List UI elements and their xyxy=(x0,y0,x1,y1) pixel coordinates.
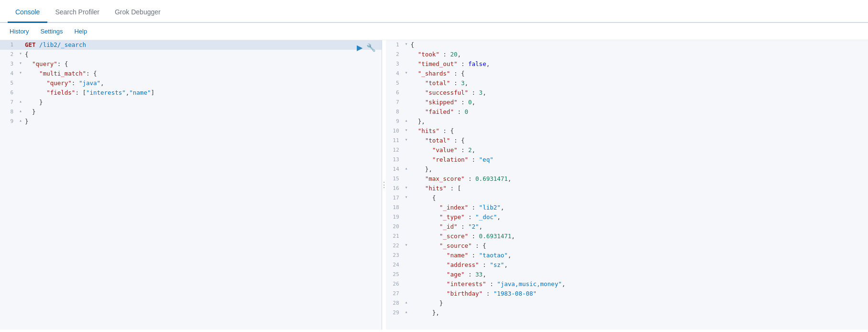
fold-icon[interactable]: ▾ xyxy=(403,241,410,249)
line-content: "_shards" : { xyxy=(410,69,868,78)
line-number: 10 xyxy=(386,126,403,135)
fold-icon[interactable]: ▾ xyxy=(403,40,410,48)
run-icon[interactable]: ▶ xyxy=(357,43,363,52)
line-content: "_score" : 0.6931471, xyxy=(410,232,868,241)
fold-icon[interactable]: ▾ xyxy=(403,193,410,201)
line-number: 18 xyxy=(386,203,403,212)
line-number: 12 xyxy=(386,145,403,155)
line-content: "query": "java", xyxy=(24,78,382,88)
line-content: "hits" : [ xyxy=(410,184,868,193)
line-number: 4 xyxy=(386,69,403,78)
fold-icon[interactable]: ▴ xyxy=(17,98,24,105)
fold-icon[interactable]: ▾ xyxy=(17,69,24,77)
fold-icon[interactable]: ▴ xyxy=(403,117,410,124)
editor-code-area[interactable]: 1GET /lib2/_search2▾{3▾ "query": {4▾ "mu… xyxy=(0,40,382,330)
output-line: 10▾ "hits" : { xyxy=(386,126,868,136)
line-number: 15 xyxy=(386,174,403,183)
fold-icon[interactable]: ▴ xyxy=(403,299,410,306)
line-content: } xyxy=(24,107,382,117)
editor-line[interactable]: 3▾ "query": { xyxy=(0,59,382,69)
line-number: 23 xyxy=(386,251,403,260)
line-content: }, xyxy=(410,308,868,318)
output-line: 21 "_score" : 0.6931471, xyxy=(386,232,868,241)
line-number: 7 xyxy=(386,98,403,107)
output-line: 28▴ } xyxy=(386,299,868,308)
line-content: "total" : { xyxy=(410,136,868,145)
line-content: }, xyxy=(410,165,868,174)
top-nav: Console Search Profiler Grok Debugger xyxy=(0,0,868,23)
fold-icon[interactable]: ▾ xyxy=(17,50,24,57)
line-number: 11 xyxy=(386,136,403,145)
output-line: 7 "skipped" : 0, xyxy=(386,98,868,107)
output-line: 23 "name" : "taotao", xyxy=(386,251,868,260)
line-content: "fields": ["interests","name"] xyxy=(24,88,382,98)
editor-line[interactable]: 1GET /lib2/_search xyxy=(0,40,382,50)
line-number: 6 xyxy=(0,88,17,97)
editor-line[interactable]: 7▴ } xyxy=(0,98,382,107)
fold-icon[interactable]: ▾ xyxy=(403,126,410,134)
line-number: 25 xyxy=(386,270,403,279)
output-line: 20 "_id" : "2", xyxy=(386,222,868,232)
fold-icon[interactable]: ▾ xyxy=(403,69,410,77)
settings-button[interactable]: Settings xyxy=(38,27,65,36)
editor-actions: ▶ 🔧 xyxy=(357,43,376,52)
editor-line[interactable]: 4▾ "multi_match": { xyxy=(0,69,382,78)
fold-icon[interactable]: ▴ xyxy=(403,308,410,316)
line-number: 8 xyxy=(0,107,17,116)
history-button[interactable]: History xyxy=(8,27,31,36)
line-content: } xyxy=(24,98,382,107)
output-line: 26 "interests" : "java,music,money", xyxy=(386,279,868,289)
line-number: 4 xyxy=(0,69,17,78)
ellipsis-icon: ⋮ xyxy=(380,180,388,189)
editor-line[interactable]: 2▾{ xyxy=(0,50,382,59)
line-number: 7 xyxy=(0,98,17,107)
editor-line[interactable]: 8▴ } xyxy=(0,107,382,117)
output-line: 4▾ "_shards" : { xyxy=(386,69,868,78)
tab-grok-debugger[interactable]: Grok Debugger xyxy=(107,2,168,23)
line-number: 24 xyxy=(386,260,403,269)
line-number: 1 xyxy=(386,40,403,49)
line-number: 6 xyxy=(386,88,403,97)
tab-search-profiler[interactable]: Search Profiler xyxy=(47,2,107,23)
output-line: 18 "_index" : "lib2", xyxy=(386,203,868,212)
fold-icon[interactable]: ▴ xyxy=(17,117,24,124)
line-content: "skipped" : 0, xyxy=(410,98,868,107)
fold-icon[interactable]: ▴ xyxy=(17,107,24,115)
help-button[interactable]: Help xyxy=(72,27,89,36)
fold-icon[interactable]: ▾ xyxy=(403,136,410,144)
line-content: "successful" : 3, xyxy=(410,88,868,98)
output-line: 19 "_type" : "_doc", xyxy=(386,212,868,222)
output-line: 25 "age" : 33, xyxy=(386,270,868,279)
editor-line[interactable]: 6 "fields": ["interests","name"] xyxy=(0,88,382,98)
output-line: 14▴ }, xyxy=(386,165,868,174)
line-number: 5 xyxy=(386,78,403,88)
line-number: 5 xyxy=(0,78,17,88)
panel-resizer[interactable]: ⋮ xyxy=(382,40,386,330)
editor-line[interactable]: 5 "query": "java", xyxy=(0,78,382,88)
line-number: 13 xyxy=(386,155,403,164)
line-content: "max_score" : 0.6931471, xyxy=(410,174,868,184)
output-line: 17▾ { xyxy=(386,193,868,203)
line-content: "address" : "sz", xyxy=(410,260,868,270)
line-content: "took" : 20, xyxy=(410,50,868,59)
line-number: 2 xyxy=(0,50,17,59)
output-line: 2 "took" : 20, xyxy=(386,50,868,59)
fold-icon[interactable]: ▾ xyxy=(17,59,24,67)
line-number: 8 xyxy=(386,107,403,116)
line-number: 14 xyxy=(386,165,403,174)
fold-icon[interactable]: ▴ xyxy=(403,165,410,172)
line-number: 16 xyxy=(386,184,403,193)
editor-line[interactable]: 9▴} xyxy=(0,117,382,126)
output-line: 22▾ "_source" : { xyxy=(386,241,868,251)
tab-console[interactable]: Console xyxy=(8,2,47,23)
line-content: "timed_out" : false, xyxy=(410,59,868,69)
line-number: 3 xyxy=(0,59,17,68)
output-code-area: 1▾{2 "took" : 20,3 "timed_out" : false,4… xyxy=(386,40,868,318)
line-content: "relation" : "eq" xyxy=(410,155,868,165)
tools-icon[interactable]: 🔧 xyxy=(366,43,376,52)
output-line: 8 "failed" : 0 xyxy=(386,107,868,117)
line-number: 22 xyxy=(386,241,403,250)
output-line: 1▾{ xyxy=(386,40,868,50)
fold-icon[interactable]: ▾ xyxy=(403,184,410,191)
output-line: 16▾ "hits" : [ xyxy=(386,184,868,193)
